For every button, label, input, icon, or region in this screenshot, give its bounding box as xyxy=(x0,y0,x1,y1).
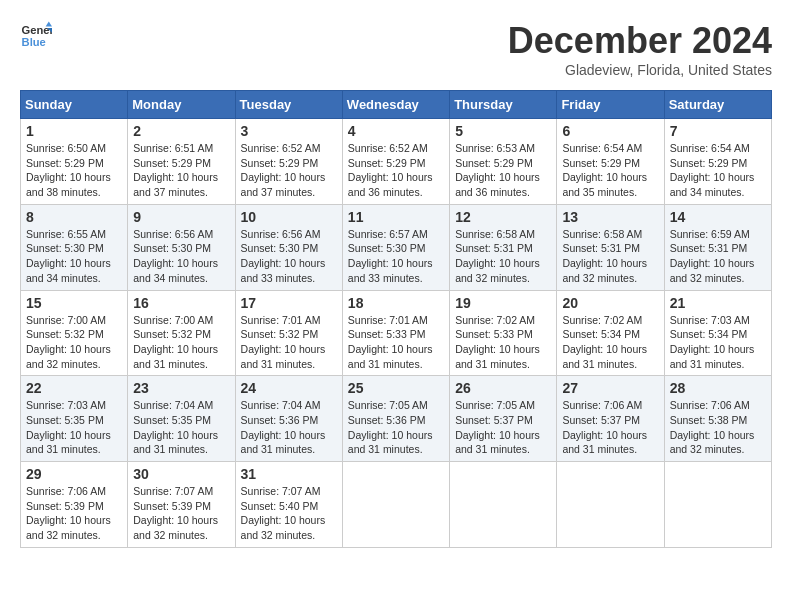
col-thursday: Thursday xyxy=(450,91,557,119)
day-info: Sunrise: 6:53 AMSunset: 5:29 PMDaylight:… xyxy=(455,142,540,198)
table-cell: 25 Sunrise: 7:05 AMSunset: 5:36 PMDaylig… xyxy=(342,376,449,462)
day-number: 23 xyxy=(133,380,229,396)
calendar-week-2: 8 Sunrise: 6:55 AMSunset: 5:30 PMDayligh… xyxy=(21,204,772,290)
calendar-table: Sunday Monday Tuesday Wednesday Thursday… xyxy=(20,90,772,548)
table-cell: 30 Sunrise: 7:07 AMSunset: 5:39 PMDaylig… xyxy=(128,462,235,548)
day-number: 19 xyxy=(455,295,551,311)
table-cell: 7 Sunrise: 6:54 AMSunset: 5:29 PMDayligh… xyxy=(664,119,771,205)
table-cell: 20 Sunrise: 7:02 AMSunset: 5:34 PMDaylig… xyxy=(557,290,664,376)
day-number: 14 xyxy=(670,209,766,225)
table-cell: 27 Sunrise: 7:06 AMSunset: 5:37 PMDaylig… xyxy=(557,376,664,462)
day-info: Sunrise: 7:05 AMSunset: 5:37 PMDaylight:… xyxy=(455,399,540,455)
table-cell: 4 Sunrise: 6:52 AMSunset: 5:29 PMDayligh… xyxy=(342,119,449,205)
table-cell: 11 Sunrise: 6:57 AMSunset: 5:30 PMDaylig… xyxy=(342,204,449,290)
table-cell: 1 Sunrise: 6:50 AMSunset: 5:29 PMDayligh… xyxy=(21,119,128,205)
table-cell xyxy=(664,462,771,548)
day-number: 12 xyxy=(455,209,551,225)
day-number: 10 xyxy=(241,209,337,225)
day-info: Sunrise: 6:56 AMSunset: 5:30 PMDaylight:… xyxy=(241,228,326,284)
day-number: 13 xyxy=(562,209,658,225)
table-cell: 10 Sunrise: 6:56 AMSunset: 5:30 PMDaylig… xyxy=(235,204,342,290)
col-wednesday: Wednesday xyxy=(342,91,449,119)
svg-text:Blue: Blue xyxy=(22,36,46,48)
day-info: Sunrise: 6:51 AMSunset: 5:29 PMDaylight:… xyxy=(133,142,218,198)
calendar-week-1: 1 Sunrise: 6:50 AMSunset: 5:29 PMDayligh… xyxy=(21,119,772,205)
day-number: 27 xyxy=(562,380,658,396)
col-saturday: Saturday xyxy=(664,91,771,119)
day-info: Sunrise: 6:54 AMSunset: 5:29 PMDaylight:… xyxy=(670,142,755,198)
col-sunday: Sunday xyxy=(21,91,128,119)
table-cell: 12 Sunrise: 6:58 AMSunset: 5:31 PMDaylig… xyxy=(450,204,557,290)
day-info: Sunrise: 7:00 AMSunset: 5:32 PMDaylight:… xyxy=(133,314,218,370)
day-number: 17 xyxy=(241,295,337,311)
table-cell: 18 Sunrise: 7:01 AMSunset: 5:33 PMDaylig… xyxy=(342,290,449,376)
day-info: Sunrise: 6:57 AMSunset: 5:30 PMDaylight:… xyxy=(348,228,433,284)
table-cell: 31 Sunrise: 7:07 AMSunset: 5:40 PMDaylig… xyxy=(235,462,342,548)
day-number: 25 xyxy=(348,380,444,396)
day-number: 5 xyxy=(455,123,551,139)
day-number: 9 xyxy=(133,209,229,225)
day-number: 18 xyxy=(348,295,444,311)
table-cell: 22 Sunrise: 7:03 AMSunset: 5:35 PMDaylig… xyxy=(21,376,128,462)
day-info: Sunrise: 7:07 AMSunset: 5:40 PMDaylight:… xyxy=(241,485,326,541)
day-number: 15 xyxy=(26,295,122,311)
col-friday: Friday xyxy=(557,91,664,119)
table-cell xyxy=(557,462,664,548)
table-cell: 2 Sunrise: 6:51 AMSunset: 5:29 PMDayligh… xyxy=(128,119,235,205)
day-info: Sunrise: 7:05 AMSunset: 5:36 PMDaylight:… xyxy=(348,399,433,455)
table-cell: 26 Sunrise: 7:05 AMSunset: 5:37 PMDaylig… xyxy=(450,376,557,462)
table-cell: 13 Sunrise: 6:58 AMSunset: 5:31 PMDaylig… xyxy=(557,204,664,290)
day-info: Sunrise: 7:06 AMSunset: 5:38 PMDaylight:… xyxy=(670,399,755,455)
day-number: 2 xyxy=(133,123,229,139)
table-cell: 9 Sunrise: 6:56 AMSunset: 5:30 PMDayligh… xyxy=(128,204,235,290)
day-number: 29 xyxy=(26,466,122,482)
day-number: 30 xyxy=(133,466,229,482)
day-info: Sunrise: 6:54 AMSunset: 5:29 PMDaylight:… xyxy=(562,142,647,198)
day-number: 28 xyxy=(670,380,766,396)
day-info: Sunrise: 7:02 AMSunset: 5:34 PMDaylight:… xyxy=(562,314,647,370)
day-number: 26 xyxy=(455,380,551,396)
logo-icon: General Blue xyxy=(20,20,52,52)
day-number: 6 xyxy=(562,123,658,139)
title-section: December 2024 Gladeview, Florida, United… xyxy=(508,20,772,78)
calendar-week-5: 29 Sunrise: 7:06 AMSunset: 5:39 PMDaylig… xyxy=(21,462,772,548)
table-cell: 8 Sunrise: 6:55 AMSunset: 5:30 PMDayligh… xyxy=(21,204,128,290)
table-cell: 21 Sunrise: 7:03 AMSunset: 5:34 PMDaylig… xyxy=(664,290,771,376)
day-info: Sunrise: 6:52 AMSunset: 5:29 PMDaylight:… xyxy=(241,142,326,198)
day-info: Sunrise: 7:02 AMSunset: 5:33 PMDaylight:… xyxy=(455,314,540,370)
day-number: 8 xyxy=(26,209,122,225)
day-info: Sunrise: 7:03 AMSunset: 5:34 PMDaylight:… xyxy=(670,314,755,370)
day-number: 4 xyxy=(348,123,444,139)
day-number: 21 xyxy=(670,295,766,311)
col-tuesday: Tuesday xyxy=(235,91,342,119)
table-cell: 14 Sunrise: 6:59 AMSunset: 5:31 PMDaylig… xyxy=(664,204,771,290)
day-number: 16 xyxy=(133,295,229,311)
table-cell xyxy=(342,462,449,548)
day-number: 20 xyxy=(562,295,658,311)
table-cell: 3 Sunrise: 6:52 AMSunset: 5:29 PMDayligh… xyxy=(235,119,342,205)
table-cell: 24 Sunrise: 7:04 AMSunset: 5:36 PMDaylig… xyxy=(235,376,342,462)
day-info: Sunrise: 7:03 AMSunset: 5:35 PMDaylight:… xyxy=(26,399,111,455)
table-cell: 6 Sunrise: 6:54 AMSunset: 5:29 PMDayligh… xyxy=(557,119,664,205)
calendar-week-4: 22 Sunrise: 7:03 AMSunset: 5:35 PMDaylig… xyxy=(21,376,772,462)
calendar-header-row: Sunday Monday Tuesday Wednesday Thursday… xyxy=(21,91,772,119)
table-cell: 5 Sunrise: 6:53 AMSunset: 5:29 PMDayligh… xyxy=(450,119,557,205)
col-monday: Monday xyxy=(128,91,235,119)
table-cell: 17 Sunrise: 7:01 AMSunset: 5:32 PMDaylig… xyxy=(235,290,342,376)
month-title: December 2024 xyxy=(508,20,772,62)
day-number: 11 xyxy=(348,209,444,225)
day-number: 3 xyxy=(241,123,337,139)
day-info: Sunrise: 7:00 AMSunset: 5:32 PMDaylight:… xyxy=(26,314,111,370)
day-info: Sunrise: 6:56 AMSunset: 5:30 PMDaylight:… xyxy=(133,228,218,284)
day-info: Sunrise: 6:52 AMSunset: 5:29 PMDaylight:… xyxy=(348,142,433,198)
calendar-week-3: 15 Sunrise: 7:00 AMSunset: 5:32 PMDaylig… xyxy=(21,290,772,376)
table-cell: 23 Sunrise: 7:04 AMSunset: 5:35 PMDaylig… xyxy=(128,376,235,462)
table-cell: 15 Sunrise: 7:00 AMSunset: 5:32 PMDaylig… xyxy=(21,290,128,376)
day-info: Sunrise: 7:01 AMSunset: 5:33 PMDaylight:… xyxy=(348,314,433,370)
table-cell xyxy=(450,462,557,548)
day-number: 7 xyxy=(670,123,766,139)
day-info: Sunrise: 7:01 AMSunset: 5:32 PMDaylight:… xyxy=(241,314,326,370)
day-info: Sunrise: 7:04 AMSunset: 5:35 PMDaylight:… xyxy=(133,399,218,455)
location-subtitle: Gladeview, Florida, United States xyxy=(508,62,772,78)
day-info: Sunrise: 6:58 AMSunset: 5:31 PMDaylight:… xyxy=(455,228,540,284)
